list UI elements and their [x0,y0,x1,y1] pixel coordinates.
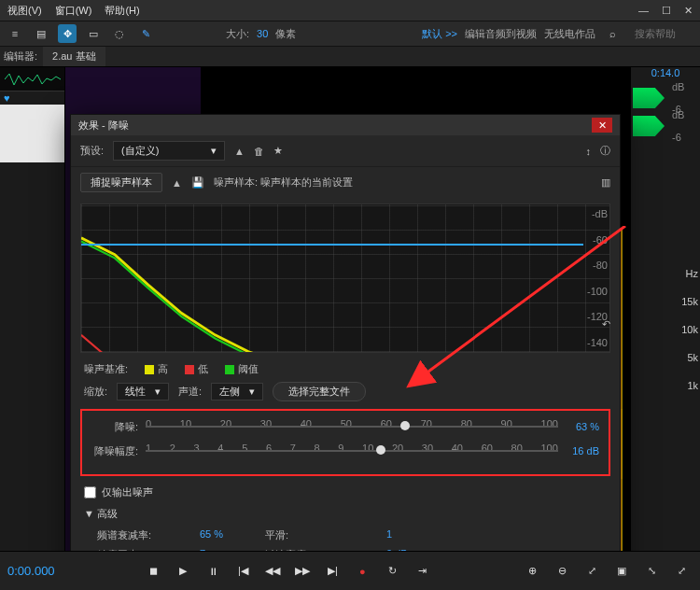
track-clip-2[interactable] [633,116,665,136]
noise-print-status: 噪声样本: 噪声样本的当前设置 [214,176,353,190]
spectral-decay-label: 频谱衰减率: [97,528,181,542]
overview-waveform[interactable] [0,67,64,91]
advanced-toggle[interactable]: ▼ 高级 [71,503,620,525]
zoom-out-icon[interactable]: ⊖ [551,560,573,583]
delete-preset-icon[interactable]: 🗑 [254,146,264,157]
marquee-tool-icon[interactable]: ▭ [84,24,103,43]
zoom-selection-icon[interactable]: ▣ [610,560,633,583]
editor-tabstrip: 编辑器: 2.au 基础 [0,47,700,67]
preset-label: 预设: [80,144,104,158]
workspace: ♥ 0:14.0 dB-6 dB-6 Hz15k10k5k1k 效果 - 降噪 … [0,67,700,569]
reduce-by-value[interactable]: 16 dB [566,445,599,457]
dialog-close-button[interactable]: ✕ [592,118,612,133]
workspace-radio[interactable]: 无线电作品 [544,27,595,41]
channel-label: 声道: [178,385,202,399]
preset-dropdown[interactable]: (自定义)▾ [113,141,225,161]
left-blank-area [0,105,64,162]
left-panel: ♥ [0,67,65,569]
select-entire-file-button[interactable]: 选择完整文件 [273,382,366,401]
dialog-title: 效果 - 降噪 [78,119,129,133]
output-noise-only-checkbox[interactable]: 仅输出噪声 [71,482,620,503]
brush-tool-icon[interactable]: ✎ [136,24,155,43]
workspace-default-link[interactable]: 默认 >> [422,27,457,41]
timeline-ruler: 0:14.0 [631,67,700,84]
save-print-icon[interactable]: 💾 [191,176,204,189]
chevron-down-icon: ▾ [211,145,217,157]
graph-settings-icon[interactable]: ▥ [601,176,610,189]
editor-label: 编辑器: [4,49,37,63]
play-button[interactable]: ▶ [172,560,194,583]
window-minimize-icon[interactable]: — [638,5,649,17]
zoom-in-icon[interactable]: ⊕ [521,560,543,583]
legend-threshold[interactable]: 阈值 [225,362,259,376]
noise-reduction-slider[interactable]: 0102030405060708090100 [146,418,558,435]
app-menubar: 视图(V) 窗口(W) 帮助(H) — ☐ ✕ [0,0,700,21]
skip-selection-button[interactable]: ⇥ [411,560,433,583]
legend-low[interactable]: 低 [185,362,208,376]
spectral-view-icon[interactable]: ▤ [32,24,50,43]
zoom-out-time-icon[interactable]: ⤢ [670,560,693,583]
loop-playback-button[interactable]: ↻ [381,560,403,583]
scale-label: 缩放: [84,385,107,399]
rewind-button[interactable]: ◀◀ [261,560,284,583]
channel-dropdown[interactable]: 左侧▾ [211,383,263,400]
menu-view[interactable]: 视图(V) [7,4,42,18]
track-clip-1[interactable] [633,88,665,108]
spectral-decay-value[interactable]: 65 % [200,528,246,542]
menu-window[interactable]: 窗口(W) [55,4,92,18]
favorite-icon[interactable]: ★ [273,145,283,157]
noise-print-graph[interactable]: -dB-60-80-100-120-140 [80,204,610,353]
main-toolbar: ≡ ▤ ✥ ▭ ◌ ✎ 大小: 30 像素 默认 >> 编辑音频到视频 无线电作… [0,21,700,47]
legend-base-label: 噪声基准: [84,362,128,376]
help-icon[interactable]: ⓘ [600,144,610,158]
right-panel: 0:14.0 dB-6 dB-6 Hz15k10k5k1k [630,67,700,569]
editor-tab-file[interactable]: 2.au 基础 [43,47,105,66]
smoothing-value[interactable]: 1 [386,528,442,542]
time-display[interactable]: 0:00.000 [7,564,55,578]
brush-size-value[interactable]: 30 [257,28,268,39]
search-icon[interactable]: ⌕ [603,24,622,43]
noise-reduction-label: 降噪: [91,420,138,434]
freq-scale: Hz15k10k5k1k [681,268,698,391]
threshold-line[interactable] [81,244,583,246]
menu-help[interactable]: 帮助(H) [105,4,139,18]
scale-dropdown[interactable]: 线性▾ [117,383,169,400]
record-button[interactable]: ● [351,560,373,583]
capture-noise-print-button[interactable]: 捕捉噪声样本 [80,173,162,192]
smoothing-label: 平滑: [265,528,368,542]
zoom-full-icon[interactable]: ⤢ [581,560,603,583]
stop-button[interactable]: ◼ [142,560,164,583]
zoom-in-time-icon[interactable]: ⤡ [640,560,663,583]
legend-high[interactable]: 高 [145,362,168,376]
reduce-by-slider[interactable]: 123456789102030406080100 [146,442,558,459]
reset-icon[interactable]: ↶ [602,318,610,330]
move-tool-icon[interactable]: ✥ [58,24,77,43]
noise-reduction-value[interactable]: 63 % [566,421,599,432]
reduce-by-label: 降噪幅度: [91,444,138,458]
transport-bar: 0:00.000 ◼ ▶ ⏸ |◀ ◀◀ ▶▶ ▶| ● ↻ ⇥ ⊕ ⊖ ⤢ ▣… [0,551,700,590]
waveform-view-icon[interactable]: ≡ [6,24,24,43]
search-input[interactable] [629,27,694,40]
load-print-icon[interactable]: ▲ [172,177,182,189]
heart-icon[interactable]: ♥ [4,92,10,104]
go-end-button[interactable]: ▶| [321,560,343,583]
scroll-icon[interactable]: ↕ [586,146,592,157]
go-start-button[interactable]: |◀ [231,560,254,583]
lasso-tool-icon[interactable]: ◌ [110,24,129,43]
window-close-icon[interactable]: ✕ [684,5,693,17]
workspace-edit-video[interactable]: 编辑音频到视频 [465,27,537,41]
noise-reduction-dialog: 效果 - 降噪 ✕ 预设: (自定义)▾ ▲ 🗑 ★ ↕ ⓘ 捕捉噪声样本 ▲ … [70,114,621,590]
brush-size-unit: 像素 [275,27,296,41]
forward-button[interactable]: ▶▶ [291,560,314,583]
brush-size-label: 大小: [226,27,249,41]
highlight-annotation: 降噪: 0102030405060708090100 63 % 降噪幅度: 12… [80,409,610,476]
pause-button[interactable]: ⏸ [202,560,224,583]
save-preset-icon[interactable]: ▲ [234,146,245,157]
window-maximize-icon[interactable]: ☐ [662,5,671,17]
